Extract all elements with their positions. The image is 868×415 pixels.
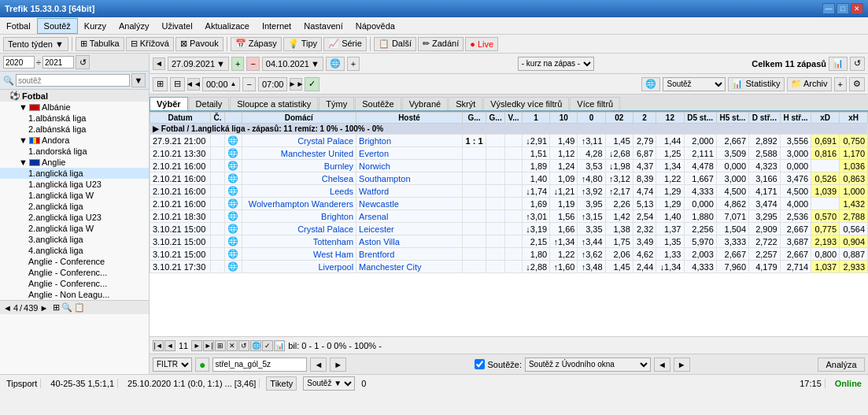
page-nav-right[interactable]: ► xyxy=(39,303,48,313)
cell-home[interactable]: Chelsea xyxy=(242,172,356,185)
plus-btn[interactable]: + xyxy=(834,77,847,91)
globe-btn2[interactable]: 🌐 xyxy=(641,77,660,91)
cell-away[interactable]: Southampton xyxy=(356,172,463,185)
tab-detaily[interactable]: Detaily xyxy=(189,97,230,110)
tree-alb-liga1[interactable]: 1.albánská liga xyxy=(0,113,149,124)
cell-home[interactable]: Leeds xyxy=(242,185,356,198)
date-range-sub[interactable]: − xyxy=(246,57,259,71)
analyza-btn[interactable]: Analýza xyxy=(818,358,865,372)
cell-away[interactable]: Aston Villa xyxy=(356,235,463,248)
search-input[interactable] xyxy=(16,74,130,87)
period-selector[interactable]: Tento týden ▼ xyxy=(3,37,68,51)
menu-internet[interactable]: Internet xyxy=(256,19,297,33)
btn-dalsi[interactable]: 📋 Další xyxy=(374,37,416,51)
menu-nastaveni[interactable]: Nastavení xyxy=(297,19,349,33)
nav-last[interactable]: ►| xyxy=(203,340,214,351)
tree-eng-liga1-u23[interactable]: 1.anglická liga U23 xyxy=(0,179,149,190)
col-2[interactable]: 2 xyxy=(633,113,656,124)
tree-alb-liga2[interactable]: 2.albánská liga xyxy=(0,124,149,135)
tab-tymy[interactable]: Týmy xyxy=(319,97,354,110)
tree-eng-conf1[interactable]: Anglie - Conference xyxy=(0,256,149,267)
nav-prev[interactable]: ◄ xyxy=(164,340,175,351)
cell-away[interactable]: Norwich xyxy=(356,160,463,172)
nav-misc6[interactable]: 📊 xyxy=(274,340,285,351)
menu-fotbal[interactable]: Fotbal xyxy=(0,19,37,33)
stats-btn[interactable]: 📊 Statistiky xyxy=(728,77,784,91)
filter-select[interactable]: FILTR xyxy=(153,358,192,372)
chart-btn[interactable]: 📊 xyxy=(829,57,848,71)
nav-first[interactable]: |◄ xyxy=(153,340,164,351)
course-select[interactable]: - kurz na zápas - xyxy=(518,57,594,71)
menu-napoveda[interactable]: Nápověda xyxy=(349,19,401,33)
tree-eng-conf2[interactable]: Anglie - Conferenc... xyxy=(0,267,149,278)
filter-right-btn[interactable]: ► xyxy=(330,358,346,372)
filter-field-input[interactable] xyxy=(212,358,307,372)
soutez-status-select[interactable]: Soutěž ▼ xyxy=(303,376,355,391)
soutez-select[interactable]: Soutěž xyxy=(663,77,726,91)
col-12[interactable]: 12 xyxy=(656,113,684,124)
tree-and-liga1[interactable]: 1.andorská liga xyxy=(0,146,149,157)
souteze-nav-left[interactable]: ◄ xyxy=(654,358,670,372)
refresh-btn2[interactable]: ↺ xyxy=(850,57,865,71)
cell-away[interactable]: Brentford xyxy=(356,248,463,261)
cell-home[interactable]: Burnley xyxy=(242,160,356,172)
tree-eng-liga2-u23[interactable]: 2.anglická liga U23 xyxy=(0,212,149,223)
col-h5[interactable]: H5 st... xyxy=(716,113,748,124)
btn-pavouk[interactable]: ⊠ Pavouk xyxy=(175,37,223,51)
refresh-btn[interactable]: ↺ xyxy=(76,55,90,69)
cell-home[interactable]: Crystal Palace xyxy=(242,223,356,235)
souteze-select[interactable]: Soutěž z Úvodního okna xyxy=(525,358,651,372)
time-to-btn[interactable]: 07:00 xyxy=(258,77,288,91)
tree-fotbal[interactable]: ⚽ Fotbal xyxy=(0,90,149,102)
nav-misc2[interactable]: ✕ xyxy=(227,340,238,351)
menu-soutez[interactable]: Soutěž xyxy=(37,18,78,34)
filter-left-btn[interactable]: ◄ xyxy=(310,358,327,372)
tree-eng-conf3[interactable]: Anglie - Conferenc... xyxy=(0,278,149,289)
tree-anglie[interactable]: ▼ Anglie xyxy=(0,157,149,168)
tab-vice[interactable]: Více filtrů xyxy=(570,97,620,110)
time-minus[interactable]: − xyxy=(242,77,255,91)
icon-icons3[interactable]: 📋 xyxy=(74,302,85,313)
tab-vyber[interactable]: Výběr xyxy=(150,97,188,110)
date-range-add[interactable]: + xyxy=(231,57,244,71)
cell-away[interactable]: Watford xyxy=(356,185,463,198)
col-hoste[interactable]: Hosté xyxy=(356,113,463,124)
date-to-btn[interactable]: 04.10.2021 ▼ xyxy=(262,57,323,71)
nav-prev-btn[interactable]: ◄ xyxy=(153,57,165,70)
btn-zapasy[interactable]: 📅 Zápasy xyxy=(231,37,282,51)
tab-vysledky[interactable]: Výsledky více filtrů xyxy=(483,97,569,110)
nav-misc3[interactable]: ↺ xyxy=(238,340,249,351)
cell-home[interactable]: Liverpool xyxy=(242,261,356,273)
filter-apply-btn[interactable]: ● xyxy=(195,358,209,372)
col-dstr[interactable]: D stř... xyxy=(749,113,781,124)
cell-home[interactable]: Wolverhampton Wanderers xyxy=(242,198,356,210)
btn-zadani[interactable]: ✏ Zadání xyxy=(418,37,464,51)
tree-eng-nonleague[interactable]: Anglie - Non Leagu... xyxy=(0,289,149,300)
col-domaci[interactable]: Domácí xyxy=(242,113,356,124)
col-g2[interactable]: G... xyxy=(486,113,505,124)
btn-tipy[interactable]: 💡 Tipy xyxy=(283,37,322,51)
cell-away[interactable]: Leicester xyxy=(356,223,463,235)
cell-home[interactable]: Brighton xyxy=(242,210,356,223)
tree-eng-liga1-w[interactable]: 1.anglická liga W xyxy=(0,190,149,201)
time-up[interactable]: ▲ xyxy=(231,80,237,87)
globe-btn[interactable]: 🌐 xyxy=(326,57,345,71)
tree-eng-liga3[interactable]: 3.anglická liga xyxy=(0,234,149,245)
search-btn[interactable]: ▼ xyxy=(131,73,146,87)
col-1[interactable]: 1 xyxy=(523,113,550,124)
tree-albania[interactable]: ▼ ■ Albánie xyxy=(0,102,149,113)
cell-home[interactable]: Manchester United xyxy=(242,147,356,160)
col-hstr[interactable]: H stř... xyxy=(780,113,811,124)
check-btn[interactable]: ✓ xyxy=(305,77,319,91)
menu-aktualizace[interactable]: Aktualizace xyxy=(199,19,256,33)
tickets-btn[interactable]: Tikety xyxy=(266,376,297,391)
nav-misc4[interactable]: 🌐 xyxy=(250,340,261,351)
souteze-nav-right[interactable]: ► xyxy=(674,358,690,372)
tab-sloupce[interactable]: Sloupce a statistiky xyxy=(230,97,318,110)
tree-eng-liga1[interactable]: 1.anglická liga xyxy=(0,168,149,179)
minimize-button[interactable]: — xyxy=(822,3,835,14)
nav-misc5[interactable]: ✓ xyxy=(262,340,273,351)
menu-analyzy[interactable]: Analýzy xyxy=(113,19,156,33)
col-datum[interactable]: Datum xyxy=(150,113,211,124)
souteze-checkbox[interactable] xyxy=(475,359,485,369)
